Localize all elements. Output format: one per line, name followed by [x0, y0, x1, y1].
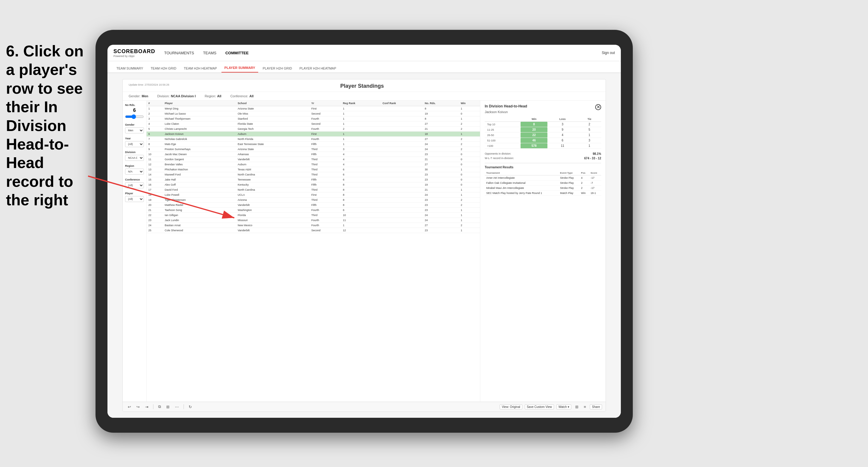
table-row[interactable]: 21 Taehoon Song Washington Fourth 6 23 1 — [147, 208, 480, 213]
table-row[interactable]: 7 Nicholas Gabrelcik North Florida Fourt… — [147, 137, 480, 142]
cell-no-rds: 21 — [423, 157, 459, 162]
table-row[interactable]: 3 Michael Thorbjornsen Stanford Fourth 1… — [147, 116, 480, 121]
table-row[interactable]: 22 Ian Gilligan Florida Third 10 24 1 — [147, 213, 480, 218]
h2h-row: 11-25 20 9 5 — [485, 127, 601, 132]
list-button[interactable]: ≡ — [582, 404, 588, 410]
table-row[interactable]: 25 Cole Sherwood Vanderbilt Second 12 23… — [147, 228, 480, 233]
refresh-button[interactable]: ↻ — [187, 404, 193, 410]
cell-win: 0 — [459, 182, 480, 187]
table-row[interactable]: 6 Jackson Koivun Auburn First 1 18 1 — [147, 132, 480, 137]
table-row[interactable]: 24 Bastian Amat New Mexico Fourth 1 27 2 — [147, 223, 480, 228]
cell-win: 1 — [459, 208, 480, 213]
nav-tournaments[interactable]: TOURNAMENTS — [164, 49, 194, 57]
cell-school: Auburn — [236, 162, 310, 167]
cell-rank: 5 — [147, 127, 163, 132]
cell-player: Luke Claton — [163, 121, 236, 127]
table-row[interactable]: 17 David Ford North Carolina Third 8 21 … — [147, 187, 480, 192]
cell-rank: 3 — [147, 116, 163, 121]
table-row[interactable]: 9 Preston Summerhays Arizona State Third… — [147, 147, 480, 152]
sign-out-button[interactable]: Sign out — [602, 51, 615, 55]
sidebar-conference-title: Conference — [125, 178, 144, 181]
cell-reg-rank: 1 — [341, 142, 381, 147]
t-score: -7 — [589, 181, 601, 186]
cell-conf-rank — [380, 106, 423, 111]
tab-team-h2h-heatmap[interactable]: TEAM H2H HEATMAP — [181, 64, 220, 72]
h2h-close-button[interactable]: ✕ — [595, 104, 601, 110]
tab-player-summary[interactable]: PLAYER SUMMARY — [221, 64, 258, 72]
table-row[interactable]: 15 Jake Hall Tennessee Fifth 6 23 0 — [147, 177, 480, 182]
table-row[interactable]: 5 Christo Lamprecht Georgia Tech Fourth … — [147, 127, 480, 132]
tab-player-h2h-heatmap[interactable]: PLAYER H2H HEATMAP — [297, 64, 339, 72]
table-row[interactable]: 1 Wenyi Ding Arizona State First 1 8 1 — [147, 106, 480, 111]
division-select[interactable]: NCAA Division I — [125, 155, 144, 161]
main-content: Update time: 27/03/2024 16:56:26 Player … — [107, 73, 621, 418]
gender-select[interactable]: Men Women — [125, 127, 144, 133]
more-button[interactable]: ⋯ — [174, 404, 180, 410]
conference-select[interactable]: (All) — [125, 182, 144, 188]
h2h-win: 22 — [521, 132, 547, 138]
h2h-loss: 6 — [548, 138, 578, 143]
copy-button[interactable]: ⧉ — [157, 404, 162, 410]
toolbar-sep-1 — [153, 404, 153, 409]
cell-player: Brendan Valles — [163, 162, 236, 167]
h2h-wlt-label: W-L-T record in-division: — [485, 157, 514, 160]
nav-committee[interactable]: COMMITTEE — [225, 49, 249, 57]
cell-yr: Third — [310, 157, 341, 162]
grid-button[interactable]: ⊞ — [574, 404, 580, 410]
cell-no-rds: 27 — [423, 162, 459, 167]
cell-no-rds: 23 — [423, 197, 459, 203]
cell-player: Wenyi Ding — [163, 106, 236, 111]
table-row[interactable]: 2 Michael La Sasso Ole Miss Second 1 19 … — [147, 111, 480, 116]
cell-school: Vanderbilt — [236, 228, 310, 233]
redo-button[interactable]: ↪ — [135, 404, 141, 410]
undo-button[interactable]: ↩ — [126, 404, 132, 410]
table-row[interactable]: 20 Matthew Riedel Vanderbilt Fifth 8 23 … — [147, 203, 480, 208]
table-row[interactable]: 4 Luke Claton Florida State Second 1 27 … — [147, 121, 480, 127]
cell-school: Florida State — [236, 121, 310, 127]
cell-win: 2 — [459, 223, 480, 228]
paste-button[interactable]: ⊞ — [165, 404, 171, 410]
table-row[interactable]: 19 Tiger Christensen Arizona Third 8 23 … — [147, 197, 480, 203]
table-row[interactable]: 16 Alex Goff Kentucky Fifth 8 19 0 — [147, 182, 480, 187]
cell-yr: Third — [310, 213, 341, 218]
cell-no-rds: 24 — [423, 142, 459, 147]
sidebar-gender: Gender Men Women — [125, 123, 144, 133]
table-row[interactable]: 11 Gordon Sargent Vanderbilt Third 4 21 … — [147, 157, 480, 162]
table-row[interactable]: 23 Jack Lundin Missouri Fourth 11 24 1 — [147, 218, 480, 223]
table-row[interactable]: 12 Brendan Valles Auburn Third 4 27 0 — [147, 162, 480, 167]
tab-team-summary[interactable]: TEAM SUMMARY — [114, 64, 146, 72]
no-rds-slider[interactable] — [125, 114, 144, 119]
cell-reg-rank: 3 — [341, 147, 381, 152]
cell-win: 0 — [459, 177, 480, 182]
table-row[interactable]: 14 Maxwell Ford North Carolina Third 6 2… — [147, 172, 480, 177]
table-row[interactable]: 8 Mats Ege East Tennessee State Fifth 1 … — [147, 142, 480, 147]
cell-player: Phichaksn Maichon — [163, 167, 236, 172]
cell-player: Alex Goff — [163, 182, 236, 187]
tab-player-h2h-grid[interactable]: PLAYER H2H GRID — [260, 64, 295, 72]
nav-teams[interactable]: TEAMS — [203, 49, 216, 57]
filter-region-label: Region: — [205, 94, 216, 98]
table-area[interactable]: # Player School Yr Reg Rank Conf Rank No… — [147, 100, 480, 402]
save-custom-button[interactable]: Save Custom View — [525, 404, 554, 409]
cell-conf-rank — [380, 162, 423, 167]
share-button[interactable]: Share — [590, 404, 602, 409]
table-row[interactable]: 10 Jacob Mac Diesen Arkansas Fifth 4 23 … — [147, 152, 480, 157]
year-select[interactable]: (All) — [125, 141, 144, 147]
cell-conf-rank — [380, 218, 423, 223]
cell-school: Texas A&M — [236, 167, 310, 172]
view-original-button[interactable]: View: Original — [500, 404, 522, 409]
forward-button[interactable]: ⇥ — [144, 404, 150, 410]
cell-school: North Carolina — [236, 172, 310, 177]
cell-conf-rank — [380, 223, 423, 228]
tab-team-h2h-grid[interactable]: TEAM H2H GRID — [148, 64, 179, 72]
cell-conf-rank — [380, 213, 423, 218]
h2h-tournaments-table: Tournament Event Type Pos Score Amer Atr… — [485, 171, 601, 196]
card-header: Update time: 27/03/2024 16:56:26 Player … — [123, 80, 606, 92]
table-row[interactable]: 13 Phichaksn Maichon Texas A&M Third 6 3… — [147, 167, 480, 172]
table-row[interactable]: 18 Luke Powell UCLA First 8 24 1 — [147, 192, 480, 197]
t-tournament: SEC Match Play hosted by Jerry Pate Roun… — [485, 191, 558, 196]
watch-button[interactable]: Watch ▾ — [556, 404, 571, 409]
cell-rank: 23 — [147, 218, 163, 223]
player-select[interactable]: (All) — [125, 196, 144, 202]
region-select[interactable]: N/A — [125, 168, 144, 175]
